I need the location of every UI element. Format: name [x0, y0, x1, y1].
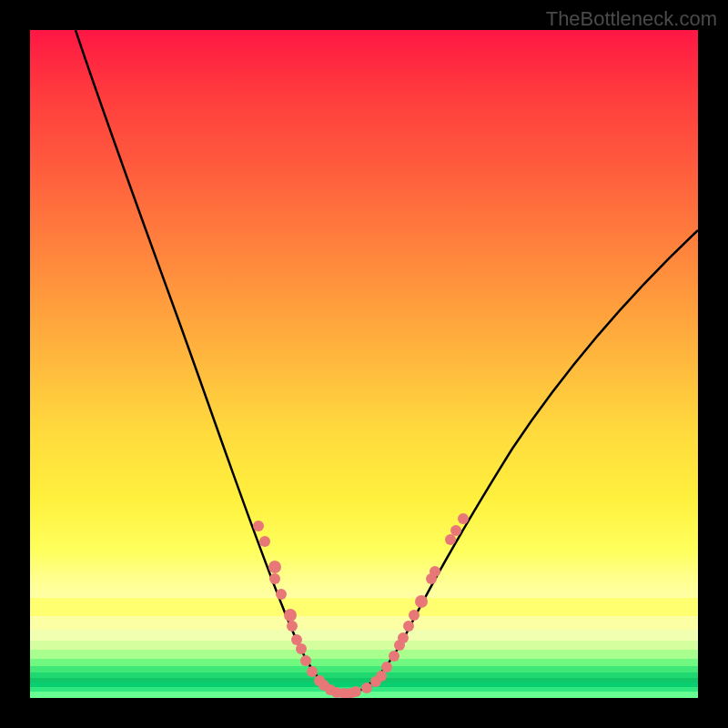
- bottleneck-curve: [76, 30, 698, 693]
- svg-point-36: [398, 632, 409, 643]
- svg-point-43: [450, 525, 461, 536]
- svg-point-33: [381, 662, 392, 672]
- svg-point-17: [284, 609, 297, 622]
- svg-point-21: [300, 655, 311, 666]
- svg-point-32: [376, 671, 387, 682]
- svg-point-22: [307, 666, 318, 677]
- svg-point-38: [409, 610, 420, 621]
- chart-container: [30, 30, 698, 698]
- svg-point-14: [268, 561, 281, 573]
- data-points-left-branch: [253, 521, 336, 695]
- svg-point-15: [269, 573, 280, 584]
- svg-point-30: [361, 682, 372, 693]
- svg-point-18: [287, 621, 298, 632]
- svg-point-29: [350, 686, 361, 697]
- svg-point-39: [415, 595, 428, 608]
- svg-point-37: [403, 621, 414, 632]
- svg-point-41: [430, 566, 440, 577]
- svg-point-42: [445, 534, 456, 545]
- watermark-text: TheBottleneck.com: [546, 7, 717, 31]
- svg-point-34: [389, 651, 399, 662]
- data-points-right-branch: [350, 513, 469, 697]
- svg-point-12: [253, 521, 264, 531]
- svg-point-13: [259, 536, 270, 547]
- svg-point-20: [296, 643, 307, 654]
- chart-svg: [30, 30, 698, 698]
- svg-point-16: [276, 589, 287, 600]
- svg-point-44: [458, 513, 469, 524]
